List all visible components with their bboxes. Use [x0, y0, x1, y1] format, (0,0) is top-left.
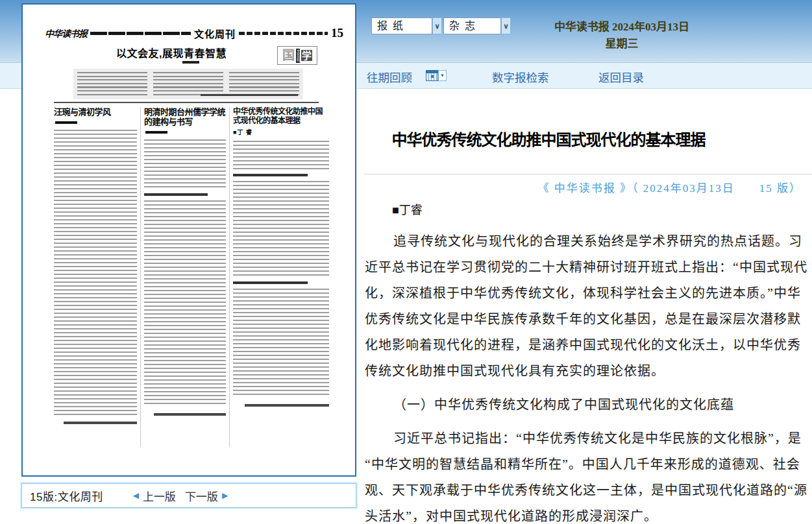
- masthead-date: 中华读书报 2024年03月13日: [511, 19, 732, 36]
- column-2-subheading: [144, 193, 208, 196]
- section-name: 文化周刊: [194, 27, 236, 40]
- stamp-side-label: 文化周刊: [296, 49, 300, 63]
- column-rule: [140, 107, 141, 447]
- column-rule: [229, 107, 230, 447]
- pager-bar: 15版:文化周刊 ◀ 上一版 下一版 ▶: [21, 483, 356, 508]
- guoxue-stamp: 国 文化周刊 学: [277, 46, 317, 65]
- article-author: ■丁睿: [392, 200, 423, 217]
- column-2-endnote: [154, 413, 226, 416]
- reader-panel: 报 纸 ∨ 杂 志 ∨ 中华读书报 2024年03月13日 星期三 往期回顾 ▼…: [363, 0, 812, 524]
- newspaper-select[interactable]: 报 纸: [371, 18, 432, 34]
- calendar-selected-cell: [431, 75, 434, 78]
- newspaper-select-chevron-icon[interactable]: ∨: [432, 18, 442, 34]
- calendar-dropdown-caret-icon[interactable]: ▼: [438, 70, 447, 81]
- newsprint-text-lines: [233, 181, 329, 278]
- column-2-title[interactable]: 明清时期台州儒学学统的建构与书写: [144, 107, 226, 126]
- column-3-byline: ■丁 睿: [233, 128, 329, 136]
- past-issues-link[interactable]: 往期回顾: [367, 69, 412, 85]
- preview-headline[interactable]: 以文会友,展现青春智慧: [77, 45, 265, 60]
- masthead-info-strip: [239, 32, 328, 35]
- next-page-link[interactable]: 下一版: [185, 488, 218, 504]
- article-column-1[interactable]: 汪琬与清初学风: [54, 107, 137, 447]
- newspaper-page-preview[interactable]: 中华读书报 文化周刊 15 以文会友,展现青春智慧 国 文化周刊 学 汪琬与清初…: [21, 3, 356, 477]
- column-1-title[interactable]: 汪琬与清初学风: [54, 107, 137, 117]
- digital-search-link[interactable]: 数字报检索: [492, 69, 549, 85]
- intro-text-block: [73, 69, 303, 99]
- intro-endnote-line: [201, 94, 298, 97]
- previous-page-link[interactable]: 上一版: [143, 488, 176, 504]
- calendar-icon[interactable]: [426, 70, 438, 81]
- newspaper-sheet: 中华读书报 文化周刊 15 以文会友,展现青春智慧 国 文化周刊 学 汪琬与清初…: [38, 21, 349, 460]
- current-page-label: 15版:文化周刊: [30, 488, 103, 504]
- newsprint-text-lines: [54, 130, 137, 415]
- newsprint-text-lines: [229, 72, 299, 96]
- back-to-toc-link[interactable]: 返回目录: [598, 69, 644, 85]
- magazine-select[interactable]: 杂 志: [443, 18, 501, 34]
- newsprint-text-lines: [144, 139, 226, 190]
- newsprint-text-lines: [153, 72, 223, 96]
- article-body: 追寻传统文化与现代化的合理关系始终是学术界研究的热点话题。习近平总书记在学习贯彻…: [365, 228, 810, 524]
- stamp-guo-glyph: 国: [282, 49, 295, 62]
- newspaper-masthead: 中华读书报 文化周刊 15: [45, 25, 343, 42]
- title-divider: [363, 174, 812, 174]
- newspaper-columns: 汪琬与清初学风 明清时期台州儒学学统的建构与书写 中华优秀传统文化助推中国式现代…: [54, 107, 329, 447]
- masthead-bar: [90, 32, 191, 35]
- page-number: 15: [331, 26, 343, 40]
- column-1-endnote: [64, 422, 137, 424]
- article-title: 中华优秀传统文化助推中国式现代化的基本理据: [363, 127, 733, 150]
- newsprint-text-lines: [233, 141, 329, 171]
- next-page-icon[interactable]: ▶: [222, 491, 228, 500]
- preview-headline-byline: [182, 61, 199, 64]
- column-3-subheading: [233, 281, 308, 284]
- article-source-line: 《 中华读书报 》（ 2024年03月13日 15 版）: [363, 179, 802, 195]
- column-1-byline: [55, 121, 77, 124]
- newsprint-text-lines: [233, 289, 329, 398]
- article-paragraph: 追寻传统文化与现代化的合理关系始终是学术界研究的热点话题。习近平总书记在学习贯彻…: [365, 228, 810, 384]
- column-3-title[interactable]: 中华优秀传统文化助推中国式现代化的基本理据: [233, 107, 329, 125]
- masthead-weekday: 星期三: [511, 36, 732, 53]
- column-3-subheading: [233, 174, 308, 176]
- magazine-select-chevron-icon[interactable]: ∨: [501, 18, 511, 34]
- section-divider-rule: [54, 102, 319, 103]
- previous-page-icon[interactable]: ◀: [133, 491, 139, 500]
- masthead-date-block: 中华读书报 2024年03月13日 星期三: [511, 19, 732, 53]
- article-column-2[interactable]: 明清时期台州儒学学统的建构与书写: [144, 107, 226, 447]
- article-paragraph: 习近平总书记指出：“中华优秀传统文化是中华民族的文化根脉”，是“中华文明的智慧结…: [365, 425, 810, 524]
- stamp-xue-glyph: 学: [301, 50, 312, 61]
- newspaper-logo: 中华读书报: [45, 27, 87, 40]
- newsprint-text-lines: [144, 200, 226, 407]
- newsprint-text-lines: [77, 72, 147, 96]
- article-column-3[interactable]: 中华优秀传统文化助推中国式现代化的基本理据 ■丁 睿: [233, 107, 329, 447]
- column-3-endnote: [245, 404, 329, 407]
- article-section-heading: （一）中华优秀传统文化构成了中国式现代化的文化底蕴: [365, 392, 810, 418]
- column-2-byline: [145, 131, 167, 134]
